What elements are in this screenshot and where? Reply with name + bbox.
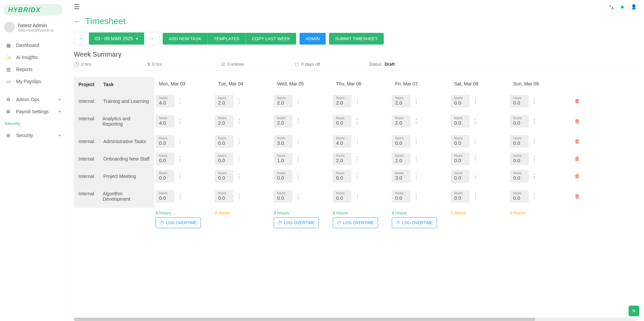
hours-input[interactable]: hours4.0 bbox=[333, 135, 352, 148]
more-menu-icon[interactable]: ⋮ bbox=[352, 156, 362, 162]
more-menu-icon[interactable]: ⋮ bbox=[234, 118, 244, 124]
hours-input[interactable]: hours0.0 bbox=[215, 190, 233, 203]
hours-input[interactable]: hours0.0 bbox=[510, 152, 529, 165]
more-menu-icon[interactable]: ⋮ bbox=[293, 98, 303, 104]
hours-input[interactable]: hours0.0 bbox=[510, 115, 529, 128]
more-menu-icon[interactable]: ⋮ bbox=[352, 193, 362, 199]
hours-input[interactable]: hours4.0 bbox=[156, 95, 174, 108]
sidebar-item-security-sub[interactable]: Security bbox=[0, 118, 66, 129]
hours-input[interactable]: hours0.0 bbox=[156, 190, 174, 203]
copy-week-button[interactable]: COPY LAST WEEK bbox=[246, 33, 296, 45]
sidebar-item-insights[interactable]: ✨Ai Insights bbox=[0, 51, 66, 63]
hours-input[interactable]: hours0.0 bbox=[333, 170, 352, 183]
hours-input[interactable]: hours0.0 bbox=[215, 170, 233, 183]
more-menu-icon[interactable]: ⋮ bbox=[470, 156, 480, 162]
hours-input[interactable]: hours0.0 bbox=[510, 135, 529, 148]
hours-input[interactable]: hours3.0 bbox=[392, 170, 411, 183]
more-menu-icon[interactable]: ⋮ bbox=[175, 173, 185, 179]
hours-input[interactable]: hours0.0 bbox=[156, 170, 174, 183]
hours-input[interactable]: hours0.0 bbox=[451, 95, 470, 108]
more-menu-icon[interactable]: ⋮ bbox=[411, 98, 421, 104]
more-menu-icon[interactable]: ⋮ bbox=[352, 118, 362, 124]
trash-icon[interactable]: 🗑 bbox=[575, 156, 580, 162]
templates-button[interactable]: TEMPLATES bbox=[208, 33, 246, 45]
log-overtime-button[interactable]: ⏱ LOG OVERTIME bbox=[333, 217, 378, 228]
hours-input[interactable]: hours2.0 bbox=[392, 95, 411, 108]
trash-icon[interactable]: 🗑 bbox=[575, 118, 580, 124]
hours-input[interactable]: hours0.0 bbox=[274, 170, 292, 183]
more-menu-icon[interactable]: ⋮ bbox=[293, 118, 303, 124]
more-menu-icon[interactable]: ⋮ bbox=[529, 118, 539, 124]
sidebar-item-reports[interactable]: ▥Reports bbox=[0, 63, 66, 75]
more-menu-icon[interactable]: ⋮ bbox=[529, 98, 539, 104]
more-menu-icon[interactable]: ⋮ bbox=[529, 138, 539, 144]
sidebar-item-dashboard[interactable]: ▦Dashboard bbox=[0, 39, 66, 51]
more-menu-icon[interactable]: ⋮ bbox=[411, 138, 421, 144]
hours-input[interactable]: hours0.0 bbox=[451, 135, 470, 148]
more-menu-icon[interactable]: ⋮ bbox=[234, 193, 244, 199]
hours-input[interactable]: hours2.0 bbox=[392, 115, 411, 128]
next-week-button[interactable]: → bbox=[144, 32, 159, 45]
back-arrow-icon[interactable]: ← bbox=[74, 17, 81, 26]
hours-input[interactable]: hours0.0 bbox=[451, 115, 470, 128]
log-overtime-button[interactable]: ⏱ LOG OVERTIME bbox=[156, 217, 201, 228]
hours-input[interactable]: hours0.0 bbox=[333, 190, 352, 203]
more-menu-icon[interactable]: ⋮ bbox=[293, 173, 303, 179]
hours-input[interactable]: hours0.0 bbox=[156, 135, 174, 148]
translate-icon[interactable]: ᵡA bbox=[609, 4, 614, 10]
hours-input[interactable]: hours0.0 bbox=[333, 115, 352, 128]
more-menu-icon[interactable]: ⋮ bbox=[411, 156, 421, 162]
hours-input[interactable]: hours0.0 bbox=[392, 190, 411, 203]
hours-input[interactable]: hours0.0 bbox=[451, 190, 470, 203]
add-task-button[interactable]: ADD NEW TASK bbox=[163, 33, 208, 45]
more-menu-icon[interactable]: ⋮ bbox=[175, 98, 185, 104]
hours-input[interactable]: hours3.0 bbox=[274, 135, 292, 148]
hours-input[interactable]: hours2.0 bbox=[274, 95, 292, 108]
user-block[interactable]: hxtest Admin hello+test@hybridx.ai bbox=[0, 19, 66, 37]
horizontal-scrollbar[interactable] bbox=[74, 318, 637, 321]
fab-edit-button[interactable]: ✎ bbox=[629, 306, 639, 316]
hours-input[interactable]: hours2.0 bbox=[215, 95, 233, 108]
trash-icon[interactable]: 🗑 bbox=[575, 138, 580, 144]
more-menu-icon[interactable]: ⋮ bbox=[411, 118, 421, 124]
more-menu-icon[interactable]: ⋮ bbox=[352, 98, 362, 104]
more-menu-icon[interactable]: ⋮ bbox=[175, 118, 185, 124]
more-menu-icon[interactable]: ⋮ bbox=[411, 173, 421, 179]
hours-input[interactable]: hours1.0 bbox=[274, 152, 292, 165]
prev-week-button[interactable]: ← bbox=[74, 32, 89, 45]
hours-input[interactable]: hours0.0 bbox=[215, 152, 233, 165]
trash-icon[interactable]: 🗑 bbox=[575, 173, 580, 179]
more-menu-icon[interactable]: ⋮ bbox=[352, 138, 362, 144]
date-range-button[interactable]: 03 - 09 MAR 2025▾ bbox=[89, 33, 144, 45]
more-menu-icon[interactable]: ⋮ bbox=[234, 156, 244, 162]
more-menu-icon[interactable]: ⋮ bbox=[470, 98, 480, 104]
trash-icon[interactable]: 🗑 bbox=[575, 98, 580, 104]
log-overtime-button[interactable]: ⏱ LOG OVERTIME bbox=[392, 217, 437, 228]
hours-input[interactable]: hours0.0 bbox=[451, 152, 470, 165]
profile-icon[interactable]: 👤 bbox=[631, 4, 637, 9]
more-menu-icon[interactable]: ⋮ bbox=[470, 118, 480, 124]
more-menu-icon[interactable]: ⋮ bbox=[175, 138, 185, 144]
sidebar-item-payslips[interactable]: ▭My Payslips bbox=[0, 75, 66, 87]
hours-input[interactable]: hours0.0 bbox=[510, 95, 529, 108]
more-menu-icon[interactable]: ⋮ bbox=[175, 193, 185, 199]
more-menu-icon[interactable]: ⋮ bbox=[234, 173, 244, 179]
hours-input[interactable]: hours2.0 bbox=[333, 152, 352, 165]
more-menu-icon[interactable]: ⋮ bbox=[470, 138, 480, 144]
hours-input[interactable]: hours0.0 bbox=[451, 170, 470, 183]
more-menu-icon[interactable]: ⋮ bbox=[529, 173, 539, 179]
more-menu-icon[interactable]: ⋮ bbox=[234, 98, 244, 104]
sidebar-item-payroll[interactable]: 🏛Payroll Settings▾ bbox=[0, 106, 66, 118]
more-menu-icon[interactable]: ⋮ bbox=[529, 156, 539, 162]
more-menu-icon[interactable]: ⋮ bbox=[293, 156, 303, 162]
more-menu-icon[interactable]: ⋮ bbox=[175, 156, 185, 162]
hours-input[interactable]: hours0.0 bbox=[510, 170, 529, 183]
hours-input[interactable]: hours2.0 bbox=[392, 152, 411, 165]
hours-input[interactable]: hours2.0 bbox=[333, 95, 352, 108]
wifi-icon[interactable]: ◆ bbox=[621, 4, 624, 9]
hours-input[interactable]: hours0.0 bbox=[392, 135, 411, 148]
more-menu-icon[interactable]: ⋮ bbox=[293, 193, 303, 199]
more-menu-icon[interactable]: ⋮ bbox=[234, 138, 244, 144]
log-overtime-button[interactable]: ⏱ LOG OVERTIME bbox=[274, 217, 319, 228]
hours-input[interactable]: hours0.0 bbox=[215, 135, 233, 148]
